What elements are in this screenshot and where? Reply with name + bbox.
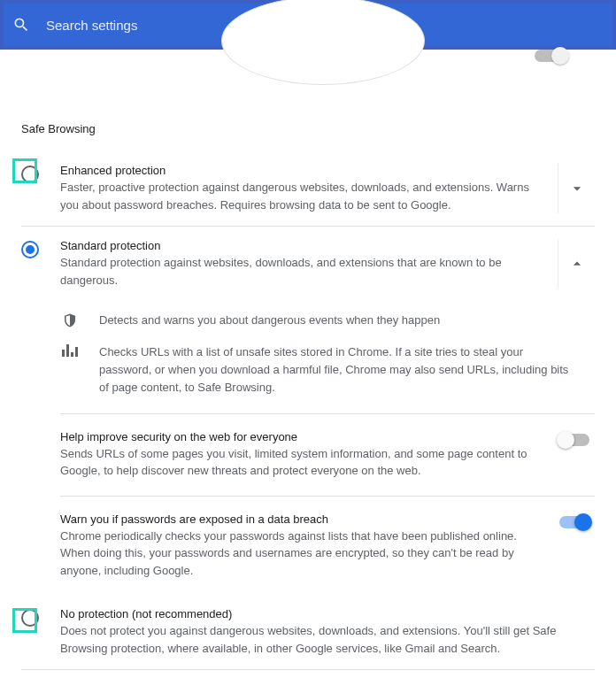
standard-detail-1: Detects and warns you about dangerous ev… bbox=[21, 301, 595, 333]
sub-desc: Sends URLs of some pages you visit, limi… bbox=[60, 445, 543, 480]
sub-password-breach: Warn you if passwords are exposed in a d… bbox=[60, 496, 595, 596]
previous-section-peek bbox=[14, 50, 602, 85]
sub-desc: Chrome periodically checks your password… bbox=[60, 528, 543, 580]
option-standard[interactable]: Standard protection Standard protection … bbox=[21, 227, 595, 301]
highlight-no-protection-radio bbox=[12, 608, 37, 633]
collapse-standard[interactable] bbox=[558, 239, 595, 289]
option-desc: Does not protect you against dangerous w… bbox=[60, 622, 586, 657]
option-title: No protection (not recommended) bbox=[60, 607, 586, 620]
option-desc: Faster, proactive protection against dan… bbox=[60, 179, 549, 213]
shield-icon bbox=[62, 312, 78, 328]
option-title: Enhanced protection bbox=[60, 164, 549, 177]
chevron-down-icon bbox=[568, 180, 586, 197]
section-title: Safe Browsing bbox=[21, 92, 595, 151]
toggle-password-breach[interactable] bbox=[559, 516, 589, 528]
toggle-switch[interactable] bbox=[535, 50, 566, 62]
standard-detail-2: Checks URLs with a list of unsafe sites … bbox=[21, 333, 595, 400]
radio-standard[interactable] bbox=[21, 241, 39, 258]
option-enhanced[interactable]: Enhanced protection Faster, proactive pr… bbox=[21, 151, 595, 227]
toggle-help-improve[interactable] bbox=[559, 434, 589, 446]
highlight-enhanced-radio bbox=[12, 158, 37, 183]
option-no-protection[interactable]: No protection (not recommended) Does not… bbox=[21, 595, 595, 670]
detail-text: Detects and warns you about dangerous ev… bbox=[99, 312, 595, 329]
option-desc: Standard protection against websites, do… bbox=[60, 254, 549, 289]
search-icon bbox=[12, 16, 30, 34]
chevron-up-icon bbox=[568, 255, 586, 273]
expand-enhanced[interactable] bbox=[558, 164, 595, 213]
sub-title: Help improve security on the web for eve… bbox=[60, 430, 543, 443]
option-title: Standard protection bbox=[60, 239, 549, 252]
sub-title: Warn you if passwords are exposed in a d… bbox=[60, 512, 543, 526]
detail-text: Checks URLs with a list of unsafe sites … bbox=[99, 343, 595, 397]
sub-help-improve: Help improve security on the web for eve… bbox=[60, 413, 595, 496]
bars-icon bbox=[62, 344, 78, 357]
settings-card: Safe Browsing Enhanced protection Faster… bbox=[14, 50, 602, 678]
